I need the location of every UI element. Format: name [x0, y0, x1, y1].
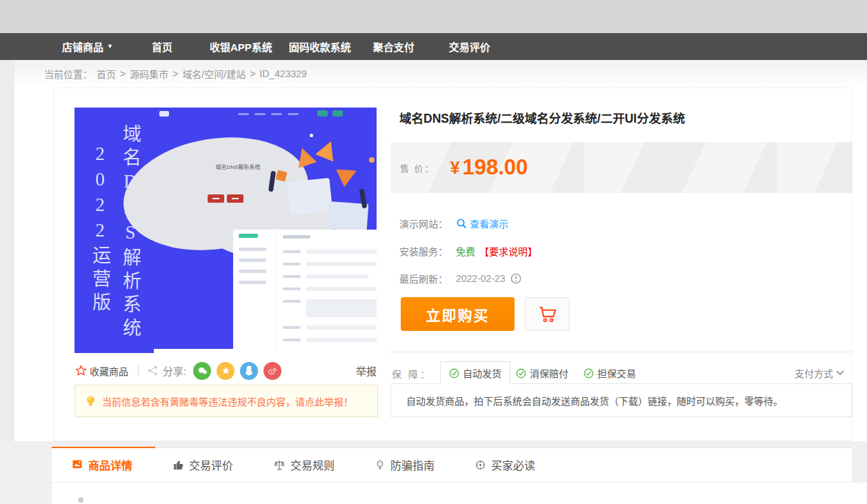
- guarantee-label: 保 障：: [392, 367, 432, 381]
- add-to-cart-button[interactable]: [525, 297, 570, 331]
- product-title: 域名DNS解析系统/二级域名分发系统/二开UI分发系统: [399, 109, 848, 126]
- product-card: 2022运营版 域名DNS解析系统 域名DNS解析系统: [53, 88, 852, 441]
- refresh-date: 2022-02-23: [456, 273, 506, 284]
- breadcrumb-home[interactable]: 首页: [97, 67, 116, 81]
- share-qq-icon[interactable]: [240, 362, 258, 380]
- star-icon: [74, 364, 88, 377]
- image-doc-icon: [71, 459, 83, 470]
- thumb-topbar: [154, 108, 377, 119]
- nav-item-trade-review[interactable]: 交易评价: [449, 39, 490, 54]
- product-actions-row: 收藏商品 分享: 举报: [74, 361, 377, 380]
- main-nav: 店铺商品 ▼ 首页 收银APP系统 固码收款系统 聚合支付 交易评价: [0, 33, 867, 60]
- thumb-register-button: [332, 110, 343, 117]
- chevron-down-icon: [836, 370, 844, 376]
- payment-method-toggle[interactable]: 支付方式: [795, 366, 844, 380]
- nav-item-home[interactable]: 首页: [152, 39, 172, 54]
- guarantee-description-box: 自动发货商品，拍下后系统会自动发送商品发货（下载）链接，随时可以购买，零等待。: [390, 383, 853, 417]
- share-nodes-icon: [147, 365, 159, 376]
- thumb-site-screenshot: 域名DNS解析系统: [154, 108, 377, 353]
- thumb-hero-title: 域名DNS解析系统: [197, 163, 279, 170]
- breadcrumb-separator: >: [250, 68, 255, 79]
- demo-row: 演示网站： 查看演示: [399, 216, 508, 230]
- left-gutter: [0, 60, 14, 447]
- divider: [390, 352, 853, 353]
- tab-antifraud-guide[interactable]: 防骗指南: [375, 456, 435, 473]
- thumb-gift-cone: [315, 138, 340, 162]
- nav-item-qr-collect[interactable]: 固码收款系统: [289, 39, 351, 54]
- info-icon[interactable]: [510, 273, 521, 284]
- detail-content-start: [52, 483, 867, 504]
- thumb-gift-box: [287, 178, 333, 215]
- favorite-label: 收藏商品: [90, 364, 128, 378]
- share-label: 分享:: [163, 363, 186, 378]
- thumbs-up-icon: [172, 459, 184, 471]
- share-weibo-icon[interactable]: [263, 362, 281, 380]
- refresh-label: 最后刷新：: [399, 272, 448, 285]
- breadcrumb: 当前位置： 首页 > 源码集市 > 域名/空间/建站 > ID_423329: [0, 60, 867, 88]
- magnifier-icon: [456, 218, 467, 229]
- nav-item-shop-goods[interactable]: 店铺商品 ▼: [62, 39, 113, 54]
- thumb-admin-panel: [233, 230, 377, 353]
- lightbulb-icon: [84, 394, 97, 407]
- price-amount: 198.00: [463, 155, 528, 180]
- guarantee-tab-escrow[interactable]: 担保交易: [584, 366, 636, 380]
- guarantee-tab-auto-delivery[interactable]: 自动发货: [440, 361, 510, 384]
- install-free-value: 免费: [456, 244, 475, 258]
- refresh-row: 最后刷新： 2022-02-23: [399, 272, 521, 285]
- warning-box[interactable]: 当前信息若含有黄赌毒等违法违规不良内容，请点此举报！: [74, 385, 378, 417]
- lightbulb-outline-icon: [375, 459, 386, 471]
- check-circle-icon: [449, 368, 459, 379]
- share-wechat-icon[interactable]: [193, 362, 211, 380]
- price-label: 售 价：: [400, 161, 435, 174]
- check-circle-icon: [516, 368, 526, 379]
- price-banner: 售 价： ¥ 198.00: [390, 142, 853, 193]
- thumb-hero-button: [227, 194, 243, 203]
- tab-buyer-must-read[interactable]: 买家必读: [475, 456, 535, 473]
- breadcrumb-label: 当前位置：: [44, 67, 92, 81]
- chevron-down-icon: ▼: [107, 43, 113, 50]
- thumb-gift-cone: [336, 162, 360, 187]
- detail-tabbar: 商品详情 交易评价 交易规则 防骗指南 买家必读: [52, 447, 852, 483]
- shopping-cart-icon: [537, 305, 559, 323]
- breadcrumb-category[interactable]: 域名/空间/建站: [182, 67, 246, 81]
- demo-link[interactable]: 查看演示: [456, 216, 508, 230]
- product-image[interactable]: 2022运营版 域名DNS解析系统 域名DNS解析系统: [74, 108, 377, 353]
- target-icon: [475, 459, 486, 471]
- breadcrumb-separator: >: [120, 68, 126, 79]
- guarantee-tab-consumer-protect[interactable]: 消保赔付: [516, 366, 568, 380]
- thumb-logo: [159, 111, 169, 117]
- check-circle-icon: [584, 368, 594, 379]
- report-link[interactable]: 举报: [356, 363, 377, 378]
- install-requirement-link[interactable]: 【要求说明】: [479, 244, 537, 258]
- warning-text: 当前信息若含有黄赌毒等违法违规不良内容，请点此举报！: [102, 394, 353, 408]
- divider: [138, 365, 139, 376]
- nav-item-cashier-app[interactable]: 收银APP系统: [210, 39, 272, 54]
- thumb-hero-button: [208, 194, 224, 203]
- breadcrumb-market[interactable]: 源码集市: [130, 67, 168, 81]
- tab-trade-rules[interactable]: 交易规则: [273, 456, 335, 473]
- scales-icon: [273, 459, 286, 471]
- top-band: [0, 0, 867, 33]
- breadcrumb-current-id: ID_423329: [259, 68, 307, 79]
- thumb-vertical-text-year: 2022运营版: [87, 143, 114, 343]
- breadcrumb-separator: >: [172, 68, 178, 79]
- share-qzone-icon[interactable]: [217, 362, 235, 380]
- tab-trade-review[interactable]: 交易评价: [172, 456, 233, 473]
- content-bullet: [78, 497, 83, 503]
- nav-item-aggregate-pay[interactable]: 聚合支付: [373, 39, 415, 54]
- favorite-button[interactable]: 收藏商品: [74, 364, 128, 378]
- thumb-vertical-text-name: 域名DNS解析系统: [117, 124, 144, 352]
- thumb-login-button: [317, 110, 328, 117]
- buy-now-button[interactable]: 立即购买: [401, 297, 515, 331]
- tab-product-detail[interactable]: 商品详情: [71, 456, 132, 473]
- nav-item-label: 店铺商品: [62, 39, 103, 54]
- page: 店铺商品 ▼ 首页 收银APP系统 固码收款系统 聚合支付 交易评价 当前位置：…: [0, 0, 867, 504]
- price-currency: ¥: [450, 158, 460, 178]
- install-label: 安装服务：: [399, 244, 448, 258]
- install-row: 安装服务： 免费 【要求说明】: [399, 244, 537, 258]
- detail-section: 商品详情 交易评价 交易规则 防骗指南 买家必读: [0, 441, 867, 504]
- demo-label: 演示网站：: [399, 216, 448, 230]
